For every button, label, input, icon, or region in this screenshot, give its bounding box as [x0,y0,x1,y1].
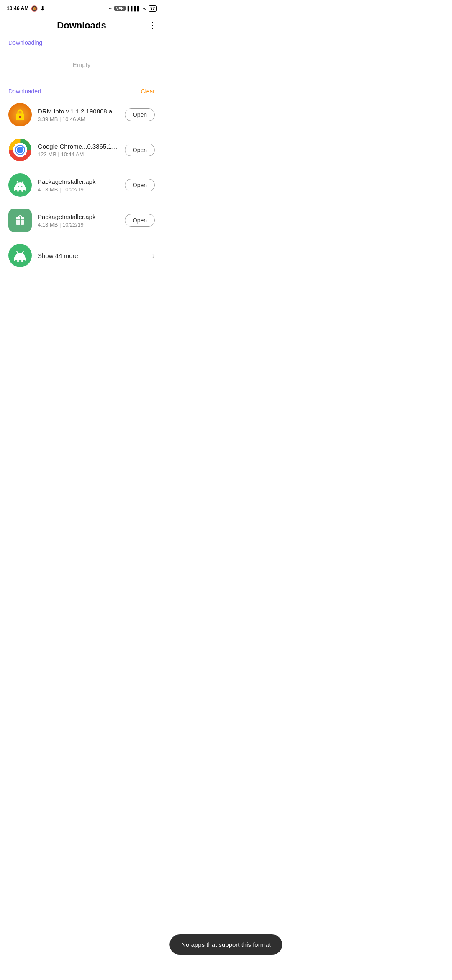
dot1 [152,22,153,23]
chrome-details: Google Chrome...0.3865.116.apk 123 MB | … [38,143,119,157]
svg-rect-30 [14,257,15,261]
battery-icon: 77 [149,5,157,12]
svg-rect-25 [15,256,25,260]
show-more-icon [8,244,32,267]
app-header: Downloads [0,15,163,36]
package2-details: PackageInstaller.apk 4.13 MB | 10/22/19 [38,213,119,228]
signal-icon: ▌▌▌▌ [128,6,141,11]
package1-details: PackageInstaller.apk 4.13 MB | 10/22/19 [38,178,119,193]
chrome-name: Google Chrome...0.3865.116.apk [38,143,119,150]
svg-line-14 [17,181,18,183]
svg-line-29 [22,251,23,253]
list-item: Google Chrome...0.3865.116.apk 123 MB | … [0,132,163,168]
list-item: PackageInstaller.apk 4.13 MB | 10/22/19 … [0,203,163,238]
drm-info-open-button[interactable]: Open [125,108,155,121]
chrome-meta: 123 MB | 10:44 AM [38,151,119,157]
svg-rect-32 [17,260,19,262]
package2-open-button[interactable]: Open [125,214,155,227]
mute-icon: 🔕 [31,5,38,12]
svg-point-1 [19,116,21,118]
section-divider-1 [0,83,163,83]
svg-line-15 [22,181,23,183]
more-menu-button[interactable] [150,20,155,31]
svg-rect-17 [25,187,26,191]
package1-open-button[interactable]: Open [125,179,155,191]
page-title: Downloads [57,20,106,31]
svg-point-9 [17,147,23,153]
downloading-label: Downloading [8,39,42,46]
status-left: 10:46 AM 🔕 ⬇ [7,5,45,12]
package2-meta: 4.13 MB | 10/22/19 [38,222,119,228]
package-installer-1-icon [8,173,32,197]
svg-rect-18 [17,190,19,192]
show-more-label: Show 44 more [38,252,146,259]
show-more-item[interactable]: Show 44 more › [0,238,163,273]
wifi-icon: ∿ [143,6,146,11]
clear-button[interactable]: Clear [141,88,155,95]
package-installer-2-icon [8,209,32,232]
drm-info-name: DRM Info v.1.1.2.190808.apk [38,108,119,115]
drm-info-details: DRM Info v.1.1.2.190808.apk 3.39 MB | 10… [38,108,119,122]
bluetooth-icon: ⚭ [108,6,112,11]
package1-meta: 4.13 MB | 10/22/19 [38,186,119,193]
downloaded-label: Downloaded [8,88,41,95]
download-indicator-icon: ⬇ [40,5,45,12]
package1-name: PackageInstaller.apk [38,178,119,185]
downloading-section-header: Downloading [0,36,163,49]
svg-rect-33 [21,260,23,262]
section-divider-2 [0,275,163,275]
empty-text: Empty [73,61,91,68]
drm-info-icon [8,103,32,126]
svg-rect-19 [21,190,23,192]
downloaded-section-header: Downloaded Clear [0,85,163,97]
dot3 [152,28,153,29]
svg-rect-16 [14,187,15,191]
package2-name: PackageInstaller.apk [38,213,119,220]
list-item: DRM Info v.1.1.2.190808.apk 3.39 MB | 10… [0,97,163,132]
svg-rect-31 [25,257,26,261]
svg-rect-11 [15,186,25,190]
status-right: ⚭ VPN ▌▌▌▌ ∿ 77 [108,5,157,12]
time-display: 10:46 AM [7,5,28,11]
chrome-icon [8,138,32,162]
downloading-empty-state: Empty [0,49,163,81]
list-item: PackageInstaller.apk 4.13 MB | 10/22/19 … [0,168,163,203]
status-bar: 10:46 AM 🔕 ⬇ ⚭ VPN ▌▌▌▌ ∿ 77 [0,0,163,15]
chrome-open-button[interactable]: Open [125,144,155,156]
drm-info-meta: 3.39 MB | 10:46 AM [38,116,119,122]
chevron-right-icon: › [152,251,155,260]
vpn-badge: VPN [114,6,126,11]
svg-line-28 [17,251,18,253]
dot2 [152,25,153,26]
